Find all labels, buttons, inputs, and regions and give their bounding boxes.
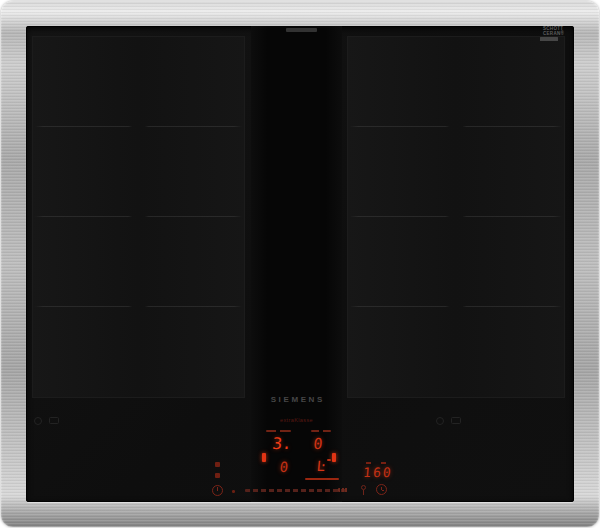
circle-pan-icon [34, 417, 42, 425]
mode-superscript-mark [327, 459, 331, 461]
zone-divider-line [350, 306, 562, 307]
zone-divider-line [35, 126, 242, 127]
cooking-zone-left [32, 36, 245, 398]
pan-marking-left [34, 416, 59, 425]
zone-divider-line [350, 216, 562, 217]
glass-print-marking [286, 28, 317, 32]
indicator-dot [232, 490, 235, 493]
power-slider-boost-end[interactable] [338, 488, 349, 492]
zone-divider-line [35, 306, 242, 307]
power-slider[interactable] [245, 489, 349, 492]
induction-cooktop: SIEMENS extraKlasse SCHOTT CERAN® 3. 0 0… [0, 0, 600, 528]
timer-clock-icon-hand [382, 490, 385, 491]
glass-maker-line2: CERAN® [543, 32, 564, 37]
zone-divider-line [35, 216, 242, 217]
power-button[interactable] [212, 485, 223, 496]
timer-button[interactable] [376, 484, 387, 495]
timer-tick-mark [366, 462, 371, 464]
display-dash-marker-right [311, 430, 331, 432]
status-indicator [215, 473, 220, 478]
pan-marking-right [436, 416, 461, 425]
glass-maker-label: SCHOTT CERAN® [543, 27, 564, 36]
right-zone-power-display[interactable]: 0 [306, 435, 330, 453]
timer-tick-mark [381, 462, 386, 464]
cooking-zone-right [347, 36, 565, 398]
status-indicator [215, 462, 220, 467]
child-lock-key-icon-stem [363, 490, 364, 495]
brand-logo: SIEMENS [251, 395, 342, 404]
mode-underline [305, 478, 339, 480]
rect-pan-icon [49, 417, 59, 424]
power-icon [217, 487, 218, 491]
sub-brand-label: extraKlasse [251, 417, 342, 423]
rect-pan-icon [451, 417, 461, 424]
glass-sticker [540, 37, 558, 41]
timer-display[interactable]: 160 [356, 465, 397, 480]
left-zone-secondary-display[interactable]: 0 [272, 459, 295, 475]
child-lock-button[interactable] [360, 485, 368, 495]
left-zone-power-display[interactable]: 3. [265, 434, 299, 453]
zone-divider-line [350, 126, 562, 127]
zone-select-bracket-left[interactable] [262, 453, 266, 462]
glass-surface: SIEMENS extraKlasse SCHOTT CERAN® 3. 0 0… [26, 26, 574, 502]
display-dash-marker-left [266, 430, 291, 432]
circle-pan-icon [436, 417, 444, 425]
